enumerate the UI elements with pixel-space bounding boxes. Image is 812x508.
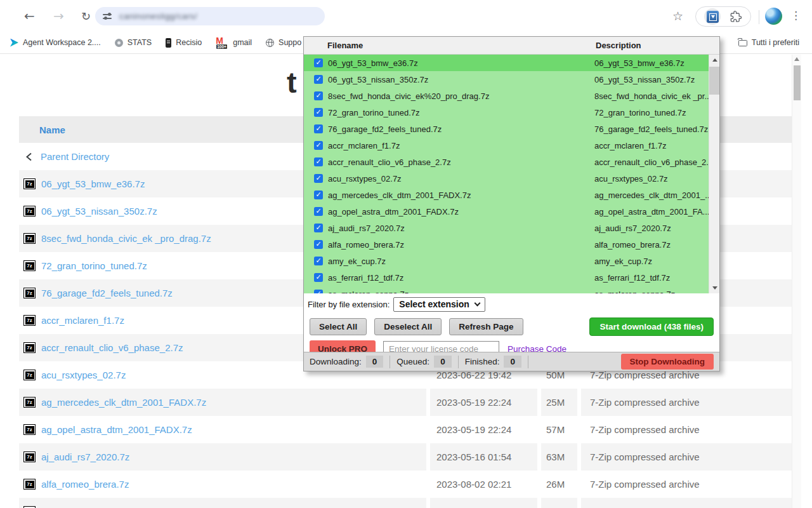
file-link[interactable]: aj_audi_rs7_2020.7z [41, 451, 129, 462]
file-link[interactable]: acu_rsxtypes_02.7z [41, 370, 126, 380]
popup-file-row[interactable]: ✓ as_mclaren_senna.7z as_mclaren_senna.7… [304, 286, 710, 293]
directory-file-row[interactable]: 7z alfa_romeo_brera.7z 2023-08-02 02:21 … [19, 471, 792, 498]
page-scrollbar[interactable] [792, 55, 801, 508]
start-download-button[interactable]: Start download (438 files) [589, 318, 714, 336]
file-checkbox[interactable]: ✓ [314, 224, 323, 232]
file-size: 25M [541, 389, 577, 416]
popup-file-row[interactable]: ✓ amy_ek_cup.7z amy_ek_cup.7z [304, 253, 710, 269]
bookmark-all-favorites[interactable]: Tutti i preferiti [738, 38, 799, 47]
name-column-header[interactable]: Name [39, 124, 65, 135]
bookmark-support[interactable]: Suppo [266, 38, 301, 47]
7z-file-icon: 7z [23, 424, 36, 435]
stop-downloading-button[interactable]: Stop Downloading [621, 354, 714, 370]
file-checkbox[interactable]: ✓ [314, 157, 323, 166]
popup-description: 72_gran_torino_tuned.7z [594, 108, 686, 117]
popup-file-row[interactable]: ✓ 06_ygt_53_bmw_e36.7z 06_ygt_53_bmw_e36… [304, 55, 710, 71]
bookmark-agent-workspace[interactable]: Agent Workspace 2.... [10, 38, 101, 47]
bookmark-stats[interactable]: STATS [115, 38, 152, 47]
popup-file-row[interactable]: ✓ ag_mercedes_clk_dtm_2001_FADX.7z ag_me… [304, 187, 710, 203]
downloader-popup: Filename Description ✓ 06_ygt_53_bmw_e36… [303, 36, 720, 371]
parent-directory-link[interactable]: Parent Directory [41, 151, 109, 162]
file-checkbox[interactable]: ✓ [314, 108, 323, 117]
refresh-page-button[interactable]: Refresh Page [449, 318, 523, 335]
file-link[interactable]: 06_ygt_53_nissan_350z.7z [41, 206, 157, 217]
popup-list-scrollbar[interactable] [709, 55, 719, 293]
file-link[interactable]: ag_mercedes_clk_dtm_2001_FADX.7z [41, 397, 206, 408]
file-link[interactable]: 76_garage_fd2_feels_tuned.7z [41, 288, 173, 298]
file-link[interactable]: alfa_romeo_brera.7z [41, 479, 129, 490]
url-text: caninonesligg/cars/ [119, 11, 197, 21]
file-link[interactable]: ag_opel_astra_dtm_2001_FADX.7z [41, 424, 192, 435]
file-checkbox[interactable]: ✓ [314, 124, 323, 133]
chevron-left-icon [25, 152, 32, 161]
menu-kebab-icon[interactable]: ⋮ [790, 9, 801, 22]
file-link[interactable]: accr_renault_clio_v6_phase_2.7z [41, 342, 183, 353]
profile-avatar[interactable] [765, 8, 782, 25]
file-checkbox[interactable]: ✓ [314, 240, 323, 249]
popup-file-row[interactable]: ✓ accr_mclaren_f1.7z accr_mclaren_f1.7z [304, 137, 710, 154]
popup-file-row[interactable]: ✓ aj_audi_rs7_2020.7z aj_audi_rs7_2020.7… [304, 220, 710, 236]
popup-file-row[interactable]: ✓ alfa_romeo_brera.7z alfa_romeo_brera.7… [304, 236, 710, 253]
url-bar[interactable]: caninonesligg/cars/ [95, 7, 325, 25]
file-checkbox[interactable]: ✓ [314, 190, 323, 199]
file-link[interactable]: 8sec_fwd_honda_civic_ek _pro_drag.7z [41, 233, 211, 244]
select-all-button[interactable]: Select All [310, 318, 367, 335]
popup-file-row[interactable]: ✓ as_ferrari_f12_tdf.7z as_ferrari_f12_t… [304, 269, 710, 286]
directory-file-row[interactable]: 7z ag_opel_astra_dtm_2001_FADX.7z 2023-0… [19, 416, 792, 443]
popup-description: as_mclaren_senna.7z [594, 290, 675, 294]
scroll-up-arrow-icon[interactable] [794, 57, 799, 61]
popup-filename: as_mclaren_senna.7z [328, 290, 409, 294]
popup-file-list: ✓ 06_ygt_53_bmw_e36.7z 06_ygt_53_bmw_e36… [304, 55, 719, 293]
popup-filename: alfa_romeo_brera.7z [328, 240, 404, 250]
downloader-extension-icon[interactable] [704, 8, 721, 25]
bookmark-recisio[interactable]: Recisio [166, 38, 202, 48]
file-link[interactable]: 06_ygt_53_bmw_e36.7z [41, 178, 145, 189]
scrollbar-up-button[interactable] [709, 55, 719, 65]
forward-icon[interactable]: → [53, 8, 64, 23]
stats-favicon [115, 39, 123, 47]
file-checkbox[interactable]: ✓ [314, 174, 323, 183]
reload-icon[interactable]: ↻ [81, 10, 91, 23]
file-checkbox[interactable]: ✓ [314, 141, 323, 150]
file-link[interactable]: 72_gran_torino_tuned.7z [41, 260, 147, 271]
file-checkbox[interactable]: ✓ [314, 273, 323, 282]
7z-file-icon: 7z [23, 206, 36, 217]
deselect-all-button[interactable]: Deselect All [374, 318, 442, 335]
popup-file-row[interactable]: ✓ 06_ygt_53_nissan_350z.7z 06_ygt_53_nis… [304, 71, 710, 88]
filename-column-header: Filename [327, 41, 363, 50]
popup-filename: ag_mercedes_clk_dtm_2001_FADX.7z [328, 190, 471, 200]
popup-description: ag_mercedes_clk_dtm_2001_... [594, 190, 712, 200]
site-settings-icon[interactable] [103, 13, 113, 20]
popup-file-row[interactable]: ✓ 76_garage_fd2_feels_tuned.7z 76_garage… [304, 121, 710, 137]
extension-select[interactable]: Select extension [393, 297, 485, 312]
popup-file-row[interactable]: ✓ accr_renault_clio_v6_phase_2.7z accr_r… [304, 154, 710, 170]
directory-file-row[interactable]: 7z ag_mercedes_clk_dtm_2001_FADX.7z 2023… [19, 389, 792, 416]
popup-description: 76_garage_fd2_feels_tuned.7z [594, 124, 708, 134]
popup-description: ag_opel_astra_dtm_2001_FA... [594, 207, 709, 217]
finished-label: Finished: [465, 357, 500, 366]
file-checkbox[interactable]: ✓ [314, 257, 323, 265]
file-checkbox[interactable]: ✓ [314, 207, 323, 216]
popup-file-row[interactable]: ✓ 8sec_fwd_honda_civic_ek%20_pro_drag.7z… [304, 88, 710, 104]
page-scrollbar-thumb[interactable] [794, 65, 801, 100]
popup-file-row[interactable]: ✓ 72_gran_torino_tuned.7z 72_gran_torino… [304, 104, 710, 121]
file-checkbox[interactable]: ✓ [314, 75, 323, 84]
directory-file-row[interactable]: 7z aj_audi_rs7_2020.7z 2023-05-16 01:54 … [19, 443, 792, 471]
popup-file-row[interactable]: ✓ acu_rsxtypes_02.7z acu_rsxtypes_02.7z [304, 170, 710, 187]
popup-file-row[interactable]: ✓ ag_opel_astra_dtm_2001_FADX.7z ag_opel… [304, 203, 710, 220]
back-icon[interactable]: ← [24, 8, 35, 23]
status-divider [528, 356, 528, 368]
file-checkbox[interactable]: ✓ [314, 91, 323, 100]
toolbar-divider [759, 10, 759, 24]
file-checkbox[interactable]: ✓ [314, 58, 323, 67]
puzzle-extensions-icon[interactable] [730, 10, 742, 23]
scrollbar-down-button[interactable] [709, 283, 719, 293]
bookmark-gmail[interactable]: M100+ gmail [216, 37, 252, 48]
bookmark-star-icon[interactable]: ☆ [672, 9, 683, 23]
file-size: 26M [541, 471, 577, 498]
scrollbar-thumb[interactable] [709, 67, 719, 95]
directory-file-row[interactable]: 7z amy_ek_cup.7z 2023-06-25 18:18 30M 7-… [19, 498, 792, 508]
file-link[interactable]: accr_mclaren_f1.7z [41, 315, 124, 326]
file-checkbox[interactable]: ✓ [314, 290, 323, 293]
finished-count: 0 [504, 356, 521, 368]
